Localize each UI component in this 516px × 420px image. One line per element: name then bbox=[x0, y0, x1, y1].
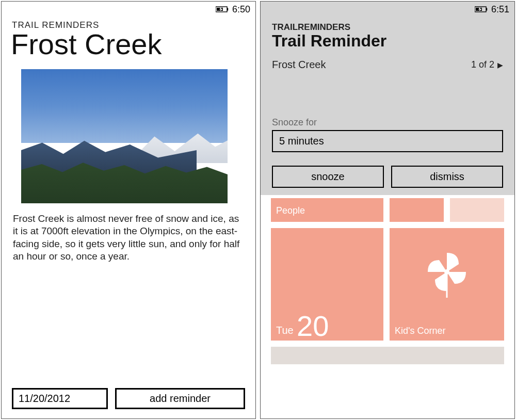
battery-charging-icon bbox=[216, 6, 229, 13]
overlay-title: Trail Reminder bbox=[272, 31, 503, 51]
reminder-date-input[interactable] bbox=[12, 388, 108, 409]
svg-rect-9 bbox=[446, 272, 448, 298]
tile-kids-label: Kid's Corner bbox=[395, 326, 445, 336]
status-bar: 6:50 bbox=[2, 2, 255, 16]
pinwheel-icon bbox=[424, 249, 470, 302]
tile-small-2[interactable] bbox=[450, 198, 504, 222]
tile-small-1[interactable] bbox=[390, 198, 444, 222]
tile-kids-corner[interactable]: Kid's Corner bbox=[390, 228, 504, 341]
svg-rect-5 bbox=[486, 8, 487, 11]
trail-photo bbox=[21, 69, 228, 203]
add-reminder-button[interactable]: add reminder bbox=[115, 388, 245, 409]
reminder-subject: Frost Creek bbox=[272, 59, 326, 71]
reminder-counter[interactable]: 1 of 2 ▶ bbox=[471, 59, 503, 70]
snooze-for-label: Snooze for bbox=[272, 117, 503, 128]
calendar-date: 20 bbox=[297, 309, 329, 343]
battery-charging-icon bbox=[475, 6, 488, 13]
status-bar: 6:51 bbox=[261, 2, 514, 16]
trail-description: Frost Creek is almost never free of snow… bbox=[12, 213, 245, 263]
calendar-day: Tue bbox=[276, 325, 294, 336]
page-title: Frost Creek bbox=[11, 27, 245, 61]
tile-calendar[interactable]: Tue 20 bbox=[271, 228, 383, 341]
status-time: 6:51 bbox=[491, 4, 509, 15]
phone-reminder-popup: 6:51 TRAILREMINDERS Trail Reminder Frost… bbox=[260, 1, 515, 419]
snooze-duration-select[interactable]: 5 minutes bbox=[272, 130, 503, 152]
counter-text: 1 of 2 bbox=[471, 59, 494, 70]
tile-people-label: People bbox=[276, 205, 305, 216]
svg-rect-1 bbox=[227, 8, 228, 11]
snooze-button[interactable]: snooze bbox=[272, 166, 384, 188]
chevron-right-icon: ▶ bbox=[497, 61, 503, 69]
tile-people[interactable]: People bbox=[271, 198, 383, 222]
reminder-overlay: 6:51 TRAILREMINDERS Trail Reminder Frost… bbox=[261, 2, 514, 195]
start-screen-tiles: People Tue 20 bbox=[261, 195, 514, 355]
tile-partial[interactable] bbox=[271, 347, 504, 364]
phone-trail-detail: 6:50 TRAIL REMINDERS Frost Creek Frost C… bbox=[1, 1, 256, 419]
app-header: TRAILREMINDERS bbox=[272, 22, 503, 33]
status-time: 6:50 bbox=[232, 4, 250, 15]
dismiss-button[interactable]: dismiss bbox=[391, 166, 503, 188]
